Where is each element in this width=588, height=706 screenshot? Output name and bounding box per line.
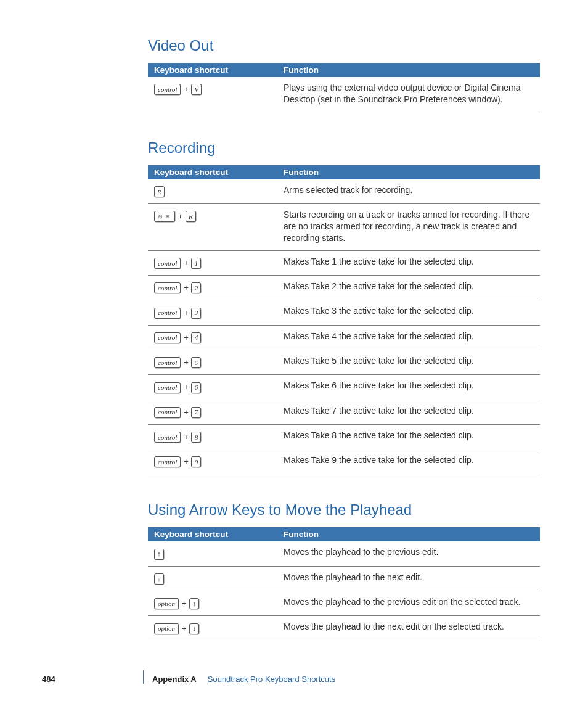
shortcut-cell: ↓	[148, 566, 277, 591]
col-function: Function	[277, 63, 540, 77]
key-command: ⎋ ⌘	[154, 211, 175, 222]
appendix-label: Appendix A	[152, 675, 197, 684]
appendix-title: Soundtrack Pro Keyboard Shortcuts	[208, 675, 335, 684]
section: RecordingKeyboard shortcutFunctionRArms …	[148, 139, 547, 475]
plus-separator: +	[184, 283, 188, 293]
shortcut-cell: control+5	[148, 350, 277, 374]
shortcut-cell: control+2	[148, 276, 277, 300]
key-8: 8	[191, 432, 201, 443]
function-cell: Moves the playhead to the previous edit …	[277, 591, 540, 616]
plus-separator: +	[184, 382, 188, 392]
shortcut-cell: control+V	[148, 77, 277, 112]
shortcut-cell: control+7	[148, 400, 277, 424]
shortcut-cell: control+8	[148, 424, 277, 449]
key-1: 1	[191, 258, 201, 269]
function-cell: Moves the playhead to the next edit on t…	[277, 616, 540, 641]
function-cell: Plays using the external video output de…	[277, 77, 540, 112]
shortcut-table: Keyboard shortcutFunctionRArms selected …	[148, 165, 540, 475]
key-control: control	[154, 332, 181, 343]
key-7: 7	[191, 407, 201, 418]
function-cell: Moves the playhead to the previous edit.	[277, 541, 540, 566]
plus-separator: +	[184, 358, 188, 367]
function-cell: Starts recording on a track or tracks ar…	[277, 204, 540, 251]
function-cell: Makes Take 4 the active take for the sel…	[277, 325, 540, 350]
table-row: control+6Makes Take 6 the active take fo…	[148, 375, 540, 400]
table-row: option+↓Moves the playhead to the next e…	[148, 616, 540, 641]
shortcut-cell: ↑	[148, 541, 277, 566]
shortcut-cell: ⎋ ⌘+R	[148, 204, 277, 251]
shortcut-cell: control+3	[148, 300, 277, 325]
arrow-up-icon: ↑	[189, 598, 199, 609]
key-option: option	[154, 623, 179, 634]
page-content: Video OutKeyboard shortcutFunctioncontro…	[0, 0, 588, 641]
table-row: ⎋ ⌘+RStarts recording on a track or trac…	[148, 204, 540, 251]
key-9: 9	[191, 456, 201, 467]
plus-separator: +	[184, 457, 188, 467]
shortcut-table: Keyboard shortcutFunctioncontrol+VPlays …	[148, 63, 540, 112]
function-cell: Makes Take 3 the active take for the sel…	[277, 300, 540, 325]
page-number: 484	[42, 675, 138, 684]
function-cell: Makes Take 2 the active take for the sel…	[277, 276, 540, 300]
plus-separator: +	[184, 308, 188, 318]
col-function: Function	[277, 165, 540, 179]
plus-separator: +	[182, 624, 186, 634]
table-row: control+3Makes Take 3 the active take fo…	[148, 300, 540, 325]
plus-separator: +	[182, 599, 186, 609]
function-cell: Moves the playhead to the next edit.	[277, 566, 540, 591]
table-row: RArms selected track for recording.	[148, 179, 540, 204]
shortcut-cell: R	[148, 179, 277, 204]
section-title: Using Arrow Keys to Move the Playhead	[148, 501, 547, 519]
table-row: control+7Makes Take 7 the active take fo…	[148, 400, 540, 424]
key-6: 6	[191, 382, 201, 393]
key-control: control	[154, 407, 181, 418]
plus-separator: +	[178, 211, 182, 221]
function-cell: Makes Take 9 the active take for the sel…	[277, 449, 540, 474]
page-footer: 484 Appendix A Soundtrack Pro Keyboard S…	[42, 670, 547, 684]
key-control: control	[154, 84, 181, 95]
key-control: control	[154, 282, 181, 293]
key-control: control	[154, 382, 181, 393]
key-v: V	[191, 84, 202, 95]
key-5: 5	[191, 357, 201, 368]
function-cell: Makes Take 8 the active take for the sel…	[277, 424, 540, 449]
table-row: control+VPlays using the external video …	[148, 77, 540, 112]
key-r: R	[186, 211, 196, 222]
plus-separator: +	[184, 408, 188, 417]
shortcut-table: Keyboard shortcutFunction↑Moves the play…	[148, 527, 540, 641]
footer-divider	[143, 670, 144, 684]
key-3: 3	[191, 308, 201, 319]
table-row: control+5Makes Take 5 the active take fo…	[148, 350, 540, 374]
function-cell: Arms selected track for recording.	[277, 179, 540, 204]
key-r: R	[154, 186, 165, 197]
table-row: control+8Makes Take 8 the active take fo…	[148, 424, 540, 449]
section: Using Arrow Keys to Move the PlayheadKey…	[148, 501, 547, 641]
col-shortcut: Keyboard shortcut	[148, 165, 277, 179]
shortcut-cell: option+↑	[148, 591, 277, 616]
function-cell: Makes Take 1 the active take for the sel…	[277, 250, 540, 275]
shortcut-cell: control+6	[148, 375, 277, 400]
shortcut-cell: control+4	[148, 325, 277, 350]
function-cell: Makes Take 7 the active take for the sel…	[277, 400, 540, 424]
key-control: control	[154, 258, 181, 269]
arrow-down-icon: ↓	[154, 573, 164, 585]
section-title: Recording	[148, 139, 547, 157]
table-row: control+4Makes Take 4 the active take fo…	[148, 325, 540, 350]
table-row: control+1Makes Take 1 the active take fo…	[148, 250, 540, 275]
key-option: option	[154, 598, 179, 609]
shortcut-cell: control+9	[148, 449, 277, 474]
table-row: option+↑Moves the playhead to the previo…	[148, 591, 540, 616]
shortcut-cell: control+1	[148, 250, 277, 275]
table-row: control+9Makes Take 9 the active take fo…	[148, 449, 540, 474]
col-shortcut: Keyboard shortcut	[148, 527, 277, 541]
function-cell: Makes Take 6 the active take for the sel…	[277, 375, 540, 400]
key-control: control	[154, 308, 181, 319]
plus-separator: +	[184, 432, 188, 442]
col-shortcut: Keyboard shortcut	[148, 63, 277, 77]
plus-separator: +	[184, 84, 188, 94]
table-row: control+2Makes Take 2 the active take fo…	[148, 276, 540, 300]
arrow-up-icon: ↑	[154, 549, 164, 560]
shortcut-cell: option+↓	[148, 616, 277, 641]
arrow-down-icon: ↓	[189, 623, 199, 634]
table-row: ↓Moves the playhead to the next edit.	[148, 566, 540, 591]
key-4: 4	[191, 332, 201, 343]
